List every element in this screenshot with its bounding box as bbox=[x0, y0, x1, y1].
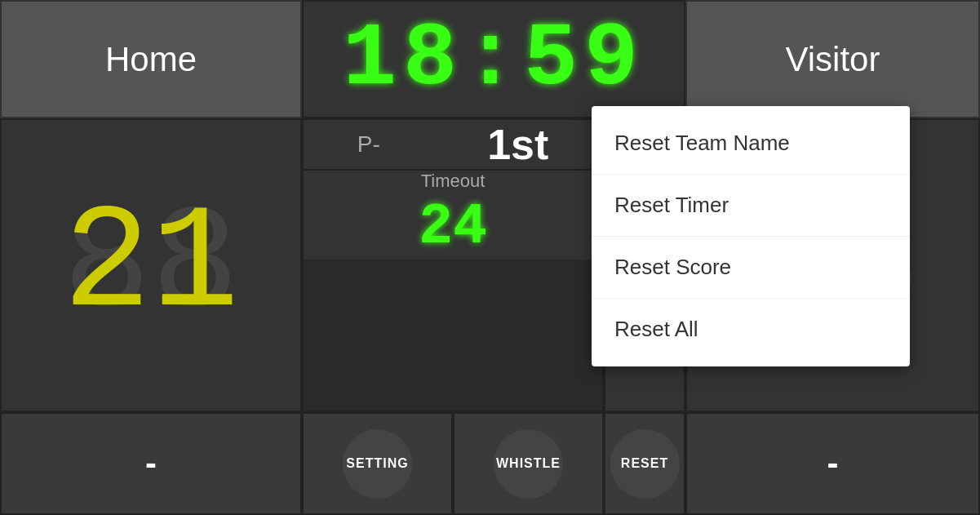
timeout-panel: Timeout 24 bbox=[304, 171, 602, 260]
visitor-label: Visitor bbox=[786, 40, 880, 79]
bottom-bar: - SETTING WHISTLE RESET - bbox=[0, 412, 980, 515]
reset-cell: RESET bbox=[604, 412, 685, 515]
reset-button[interactable]: RESET bbox=[610, 429, 680, 499]
period-value: 1st bbox=[487, 120, 548, 169]
timeout-value: 24 bbox=[419, 195, 487, 260]
dropdown-menu: Reset Team Name Reset Timer Reset Score … bbox=[592, 106, 910, 366]
setting-button[interactable]: SETTING bbox=[343, 429, 412, 499]
reset-label: RESET bbox=[621, 456, 668, 471]
whistle-button[interactable]: WHISTLE bbox=[494, 429, 563, 499]
home-minus-cell[interactable]: - bbox=[0, 412, 302, 515]
home-label: Home bbox=[105, 40, 197, 79]
reset-score-item[interactable]: Reset Score bbox=[592, 237, 910, 299]
home-header[interactable]: Home bbox=[0, 0, 302, 118]
reset-team-name-item[interactable]: Reset Team Name bbox=[592, 113, 910, 175]
timer-value: 18:59 bbox=[343, 8, 645, 110]
setting-label: SETTING bbox=[346, 456, 408, 471]
p-minus-label: P- bbox=[357, 131, 380, 158]
whistle-label: WHISTLE bbox=[496, 456, 561, 471]
visitor-minus-button[interactable]: - bbox=[827, 444, 839, 483]
timeout-label: Timeout bbox=[419, 171, 487, 192]
home-score-panel[interactable]: 88 21 bbox=[0, 118, 302, 412]
visitor-minus-cell[interactable]: - bbox=[685, 412, 980, 515]
home-minus-button[interactable]: - bbox=[145, 444, 157, 483]
visitor-header[interactable]: Visitor bbox=[685, 0, 980, 118]
reset-all-item[interactable]: Reset All bbox=[592, 299, 910, 360]
home-score-value: 21 bbox=[63, 182, 239, 349]
setting-cell: SETTING bbox=[302, 412, 453, 515]
period-top: P- 1st bbox=[304, 120, 602, 171]
timer-display: 18:59 bbox=[302, 0, 685, 118]
whistle-cell: WHISTLE bbox=[453, 412, 604, 515]
reset-timer-item[interactable]: Reset Timer bbox=[592, 175, 910, 237]
